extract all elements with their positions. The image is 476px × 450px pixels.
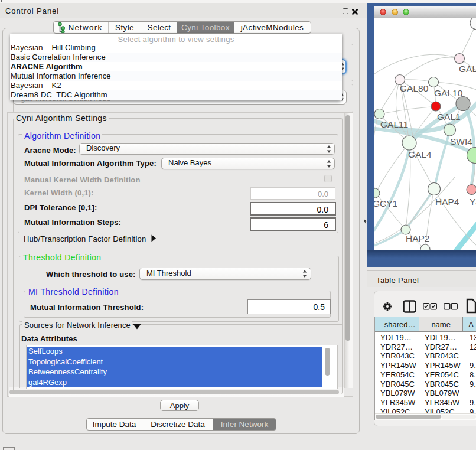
svg-text:GAL1: GAL1	[437, 112, 461, 122]
svg-text:GAL80: GAL80	[400, 83, 429, 93]
svg-text:GAL10: GAL10	[434, 88, 463, 98]
svg-text:GAL11: GAL11	[380, 119, 408, 129]
svg-text:SWI4: SWI4	[450, 136, 472, 146]
svg-text:YJ: YJ	[470, 197, 476, 207]
svg-text:GAL4: GAL4	[408, 149, 432, 159]
svg-text:GAL2: GAL2	[459, 64, 476, 74]
svg-text:HAP2: HAP2	[406, 233, 430, 243]
svg-text:GCY1: GCY1	[374, 198, 397, 208]
svg-text:HAP4: HAP4	[435, 197, 459, 207]
